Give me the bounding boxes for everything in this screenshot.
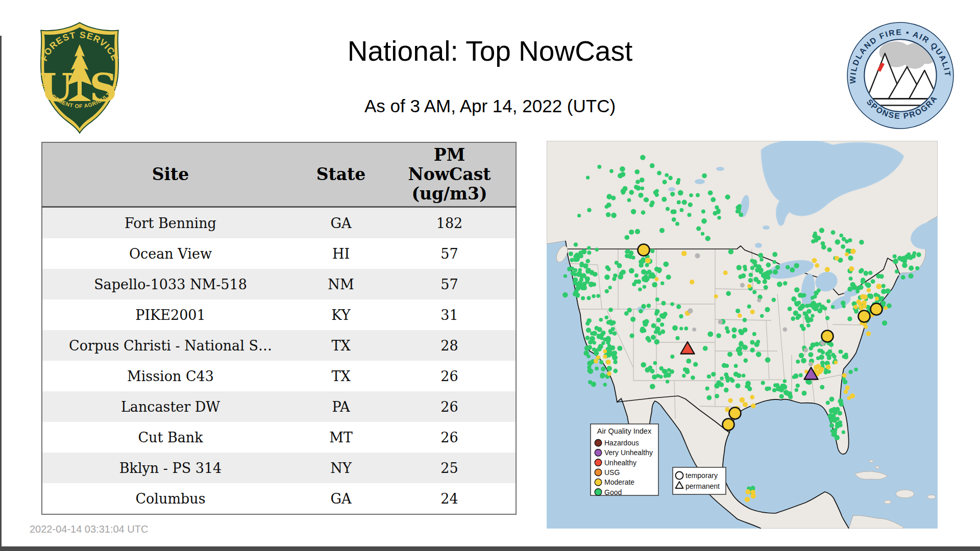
monitor-dot-good [617,346,622,351]
monitor-dot-good [620,166,625,172]
monitor-dot-good [655,327,660,332]
monitor-dot-good [644,319,649,324]
monitor-dot-good [808,352,813,357]
monitor-dot-good [743,328,748,333]
monitor-dot-good [636,280,641,284]
monitor-dot-good [651,335,656,340]
monitor-dot-good [614,360,618,364]
monitor-dot-good [844,353,848,357]
monitor-dot-good [849,277,853,281]
monitor-dot-good [772,252,777,257]
cell-site: Lancaster DW [42,391,299,422]
monitor-dot-good [726,379,729,383]
monitor-dot-good [647,270,651,274]
legend-swatch-hazardous [595,439,602,446]
monitor-dot-good [662,369,666,373]
monitor-dot-good [731,328,737,333]
monitor-dot-good [645,367,650,372]
monitor-dot-good [893,259,898,264]
monitor-dot-good [598,344,602,348]
monitor-dot-good [916,253,921,257]
monitor-dot-good [618,274,623,279]
monitor-dot-nodata [688,308,693,313]
monitor-dot-good [829,418,834,422]
monitor-dot-good [852,285,857,290]
monitor-dot-moderate [655,277,659,281]
cell-state: NM [299,269,383,299]
cell-site: PIKE2001 [42,299,299,330]
monitor-dot-good [564,274,567,278]
monitor-dot-good [621,189,626,194]
cell-value: 26 [383,361,516,391]
monitor-dot-good [901,275,905,280]
monitor-dot-good [641,362,646,368]
monitor-dot-good [679,314,683,318]
monitor-dot-good [610,345,615,350]
monitor-dot-moderate [690,280,694,284]
table-header-row: Site State PM NowCast (ug/m3) [42,142,516,207]
monitor-dot-good [629,190,634,195]
monitor-dot-good [688,213,692,217]
monitor-dot-good [797,301,801,305]
monitor-dot-good [725,194,730,199]
monitor-dot-good [640,155,645,160]
monitor-dot-moderate [743,402,748,407]
monitor-dot-good [725,364,729,368]
monitor-dot-good [827,247,832,252]
monitor-dot-good [708,190,713,195]
monitor-dot-good [701,232,704,236]
monitor-dot-good [666,207,670,211]
monitor-dot-good [819,355,824,360]
monitor-dot-good [834,428,837,432]
monitor-dot-good [631,209,636,214]
monitor-dot-good [605,289,609,293]
monitor-dot-good [836,408,839,412]
monitor-dot-good [654,312,658,316]
temporary-monitor-marker [723,419,734,431]
monitor-dot-good [797,314,801,318]
monitor-dot-good [761,381,765,385]
monitor-dot-good [786,265,790,269]
monitor-dot-moderate [750,310,755,314]
monitor-dot-moderate [849,266,854,271]
monitor-dot-good [859,240,864,245]
monitor-dot-good [754,342,760,347]
monitor-dot-good [615,261,619,265]
monitor-dot-moderate [825,267,830,272]
monitor-dot-good [693,362,698,367]
monitor-dot-moderate [594,360,598,364]
temporary-symbol [676,472,683,480]
cell-value: 28 [383,330,516,361]
monitor-dot-good [788,307,792,311]
monitor-dot-good [710,197,716,203]
cell-state: GA [299,207,383,239]
monitor-dot-moderate [714,294,718,298]
monitor-dot-good [597,165,601,169]
table-row: Ocean ViewHI57 [42,238,516,269]
monitor-dot-good [861,278,866,283]
monitor-dot-moderate [842,373,847,378]
monitor-dot-good [632,282,636,286]
monitor-dot-good [618,173,623,178]
monitor-dot-good [836,417,840,421]
monitor-dot-good [748,278,753,283]
monitor-dot-good [595,248,599,252]
monitor-dot-good [746,384,750,388]
monitor-dot-moderate [745,489,750,494]
monitor-dot-good [612,355,618,361]
monitor-dot-good [824,370,828,374]
monitor-dot-good [606,338,610,342]
monitor-dot-good [882,320,887,325]
monitor-dot-good [577,214,581,217]
monitor-dot-good [608,308,613,312]
monitor-dot-good [868,271,872,275]
monitor-dot-moderate [826,365,831,370]
monitor-dot-moderate [875,296,879,300]
monitor-dot-good [659,228,665,233]
monitor-dot-good [736,309,740,313]
monitor-dot-good [867,293,872,298]
column-header-state: State [299,142,383,207]
monitor-dot-moderate [863,294,868,299]
monitor-dot-good [592,282,597,287]
monitor-dot-good [701,210,705,214]
